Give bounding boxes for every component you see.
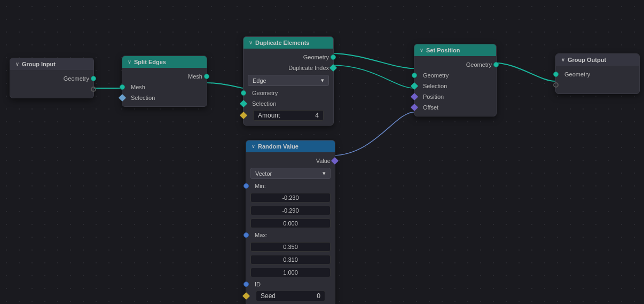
mesh-input-socket[interactable]: [120, 84, 125, 90]
group-output-title: Group Output: [568, 57, 606, 63]
dup-index-socket[interactable]: [329, 64, 337, 72]
duplicate-elements-node: ∨ Duplicate Elements Geometry Duplicate …: [243, 36, 334, 126]
group-input-title: Group Input: [22, 61, 56, 67]
random-value-node: ∨ Random Value Value Vector ▾ Min: -0.23…: [246, 140, 335, 304]
group-output-empty-socket: [553, 82, 559, 88]
min-val1[interactable]: -0.230: [250, 193, 331, 202]
split-edges-node: ∨ Split Edges Mesh Mesh Selection: [122, 56, 207, 107]
group-output-geometry-input: Geometry: [556, 69, 639, 80]
setpos-geometry-input: Geometry: [414, 70, 496, 81]
max-val2[interactable]: 0.310: [250, 255, 331, 264]
selection-input-socket[interactable]: [119, 94, 126, 102]
dup-geometry-input-socket[interactable]: [241, 90, 246, 96]
vector-dropdown[interactable]: Vector ▾: [250, 168, 331, 179]
min-val2-row: -0.290: [246, 204, 335, 217]
split-edges-header: ∨ Split Edges: [122, 56, 207, 68]
min-val1-row: -0.230: [246, 191, 335, 204]
setpos-offset-socket[interactable]: [411, 104, 418, 111]
edge-dropdown[interactable]: Edge ▾: [248, 75, 329, 86]
setpos-position-input: Position: [414, 91, 496, 102]
split-edges-mesh-input: Mesh: [122, 82, 207, 92]
set-position-header: ∨ Set Position: [414, 44, 496, 56]
duplicate-elements-title: Duplicate Elements: [255, 40, 309, 46]
group-input-header: ∨ Group Input: [10, 58, 93, 70]
vector-dropdown-value: Vector: [255, 170, 272, 177]
edge-dropdown-value: Edge: [253, 77, 266, 84]
geometry-output-socket[interactable]: [91, 76, 96, 81]
dup-geometry-input: Geometry: [244, 88, 333, 98]
setpos-offset-input: Offset: [414, 102, 496, 113]
set-position-title: Set Position: [426, 47, 460, 53]
id-socket[interactable]: [244, 282, 249, 287]
max-val3[interactable]: 1.000: [250, 268, 331, 277]
group-input-geometry-row: Geometry: [10, 73, 93, 84]
setpos-geometry-output: Geometry: [414, 59, 496, 70]
group-input-empty-row: [10, 84, 93, 95]
seed-row: Seed 0: [246, 290, 335, 302]
random-value-title: Random Value: [258, 143, 299, 150]
setpos-position-socket[interactable]: [411, 93, 418, 100]
max-val3-row: 1.000: [246, 266, 335, 279]
mesh-output-socket[interactable]: [204, 74, 209, 79]
setpos-geometry-input-socket[interactable]: [412, 73, 417, 78]
random-dropdown-row[interactable]: Vector ▾: [246, 166, 335, 181]
amount-field[interactable]: Amount 4: [253, 110, 324, 121]
dup-amount-socket[interactable]: [240, 112, 247, 119]
min-socket[interactable]: [244, 183, 249, 189]
setpos-geometry-output-socket[interactable]: [493, 62, 499, 67]
max-socket[interactable]: [244, 232, 249, 238]
group-output-geometry-socket[interactable]: [553, 72, 559, 77]
max-label-row: Max:: [246, 230, 335, 240]
random-value-output: Value: [246, 155, 335, 166]
group-output-node: ∨ Group Output Geometry: [555, 53, 640, 94]
min-val2[interactable]: -0.290: [250, 206, 331, 215]
random-value-header: ∨ Random Value: [246, 141, 335, 152]
seed-field[interactable]: Seed 0: [256, 291, 325, 301]
group-output-empty-row: [556, 80, 639, 90]
max-val1[interactable]: 0.350: [250, 242, 331, 252]
set-position-node: ∨ Set Position Geometry Geometry Selecti…: [414, 44, 497, 116]
dup-geometry-output: Geometry: [244, 52, 333, 63]
dup-dropdown-row[interactable]: Edge ▾: [244, 73, 333, 88]
min-label-row: Min:: [246, 181, 335, 191]
seed-socket[interactable]: [242, 292, 250, 300]
group-output-header: ∨ Group Output: [556, 54, 639, 66]
dup-geometry-output-socket[interactable]: [331, 54, 336, 60]
dup-index-output: Duplicate Index: [244, 63, 333, 73]
min-val3-row: 0.000: [246, 217, 335, 230]
split-edges-mesh-output: Mesh: [122, 71, 207, 82]
empty-socket: [91, 87, 96, 92]
dup-selection-socket[interactable]: [240, 100, 247, 107]
max-val1-row: 0.350: [246, 240, 335, 253]
max-val2-row: 0.310: [246, 253, 335, 266]
id-label-row: ID: [246, 279, 335, 290]
duplicate-elements-header: ∨ Duplicate Elements: [244, 37, 333, 49]
setpos-selection-socket[interactable]: [411, 82, 418, 90]
setpos-selection-input: Selection: [414, 81, 496, 91]
min-val3[interactable]: 0.000: [250, 219, 331, 228]
group-input-node: ∨ Group Input Geometry: [10, 58, 94, 98]
dup-selection-input: Selection: [244, 98, 333, 109]
split-edges-title: Split Edges: [134, 59, 166, 65]
split-edges-selection-input: Selection: [122, 92, 207, 103]
dup-amount-input: Amount 4: [244, 109, 333, 122]
random-value-output-socket[interactable]: [331, 157, 339, 165]
